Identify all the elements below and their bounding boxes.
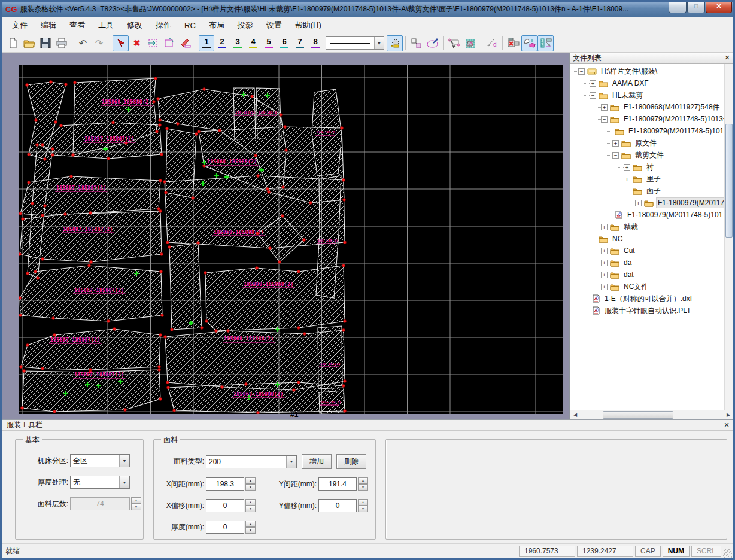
redo-button[interactable]: ↷ (91, 35, 107, 51)
print-button[interactable] (53, 35, 69, 51)
notch-point[interactable] (245, 383, 248, 386)
notch-point[interactable] (72, 154, 75, 157)
chevron-down-icon[interactable]: ▼ (286, 456, 296, 468)
tree-item-9[interactable]: +里子 (570, 173, 724, 185)
y-offset-stepper[interactable]: ▲▼ (358, 499, 368, 512)
line-style-select[interactable]: ▼ (326, 36, 384, 50)
spinner-up-icon[interactable]: ▲ (358, 499, 368, 506)
notch-point[interactable] (20, 366, 23, 369)
notch-point[interactable] (203, 88, 206, 91)
file-panel-close-icon[interactable]: ✕ (723, 54, 731, 62)
expand-icon[interactable]: + (601, 104, 608, 111)
machine-clear-button[interactable] (505, 35, 521, 51)
notch-point[interactable] (60, 124, 63, 127)
notch-point[interactable] (161, 314, 164, 317)
transform-in-button[interactable] (145, 35, 161, 51)
layer-button-5[interactable]: 5 (261, 35, 277, 51)
pattern-piece-center-column[interactable] (169, 243, 202, 330)
notch-point[interactable] (344, 380, 347, 383)
expand-icon[interactable]: + (601, 224, 608, 230)
tree-item-19[interactable]: 1-E（对称的可以合并）.dxf (570, 293, 724, 305)
menu-item-3[interactable]: 工具 (92, 17, 120, 33)
notch-point[interactable] (19, 314, 22, 317)
notch-point[interactable] (153, 101, 156, 104)
pin-edit-button[interactable] (424, 35, 441, 51)
spinner-up-icon[interactable]: ▲ (131, 497, 141, 504)
notch-point[interactable] (22, 218, 25, 221)
notch-point[interactable] (256, 267, 259, 270)
notch-point[interactable] (166, 241, 169, 244)
thickness-stepper[interactable]: ▲▼ (245, 521, 256, 534)
notch-point[interactable] (256, 232, 259, 235)
notch-point[interactable] (88, 264, 91, 267)
notch-point[interactable] (197, 242, 200, 245)
notch-point[interactable] (309, 202, 312, 205)
tree-hscroll-track[interactable] (580, 410, 724, 419)
tree-item-15[interactable]: +Cut (570, 245, 724, 257)
menu-item-6[interactable]: RC (178, 19, 202, 32)
tree-item-0[interactable]: −H:\样片文件\服装\ (570, 65, 724, 77)
notch-point[interactable] (74, 81, 77, 84)
notch-point[interactable] (51, 148, 54, 151)
minimize-button[interactable]: – (669, 2, 687, 13)
notch-point[interactable] (37, 277, 40, 280)
notch-point[interactable] (26, 84, 29, 87)
menu-item-7[interactable]: 布局 (202, 17, 231, 33)
scroll-left-icon[interactable]: ◀ (570, 410, 580, 419)
maximize-button[interactable]: □ (687, 2, 705, 13)
notch-point[interactable] (342, 179, 345, 182)
notch-point[interactable] (41, 144, 44, 147)
notch-point[interactable] (205, 320, 208, 323)
collapse-icon[interactable]: − (590, 236, 596, 242)
notch-point[interactable] (125, 142, 128, 145)
notch-point[interactable] (34, 270, 37, 273)
file-panel-header[interactable]: 文件列表 ✕ (570, 53, 733, 64)
collapse-icon[interactable]: − (590, 92, 596, 99)
spinner-up-icon[interactable]: ▲ (245, 499, 256, 506)
notch-point[interactable] (31, 202, 34, 205)
pattern-piece-band-3-left-b[interactable] (20, 211, 162, 262)
notch-point[interactable] (344, 410, 347, 413)
menu-item-10[interactable]: 帮助(H) (288, 17, 328, 33)
notch-point[interactable] (26, 272, 29, 275)
title-bar[interactable]: CG 服装条格软件 <Ver5.4.3_T823><非售品:JW00000002… (2, 2, 733, 17)
notch-point[interactable] (297, 381, 300, 384)
tree-item-1[interactable]: +AAMA DXF (570, 77, 724, 89)
notch-point[interactable] (284, 126, 287, 129)
notch-point[interactable] (343, 199, 346, 202)
add-fabric-button[interactable]: 增加 (302, 454, 332, 469)
notch-point[interactable] (285, 149, 288, 152)
notch-point[interactable] (51, 154, 54, 157)
expand-icon[interactable]: + (635, 200, 642, 206)
notch-point[interactable] (268, 191, 271, 194)
tree-item-6[interactable]: +原文件 (570, 137, 724, 149)
notch-point[interactable] (221, 386, 224, 389)
notch-point[interactable] (65, 83, 68, 86)
notch-point[interactable] (341, 127, 344, 130)
notch-point[interactable] (173, 409, 176, 412)
notch-point[interactable] (303, 333, 306, 336)
menu-item-0[interactable]: 文件 (5, 17, 34, 33)
measure-button[interactable]: d (484, 35, 500, 51)
expand-icon[interactable]: + (590, 80, 596, 87)
notch-point[interactable] (177, 123, 180, 126)
notch-point[interactable] (124, 409, 127, 412)
notch-point[interactable] (342, 264, 345, 267)
notch-point[interactable] (158, 366, 161, 369)
notch-point[interactable] (158, 369, 161, 372)
tree-item-2[interactable]: −HL未裁剪 (570, 89, 724, 101)
open-file-button[interactable] (21, 35, 37, 51)
notch-point[interactable] (257, 412, 260, 414)
notch-point[interactable] (41, 367, 44, 370)
notch-point[interactable] (157, 98, 160, 101)
menu-item-8[interactable]: 投影 (231, 17, 260, 33)
pattern-canvas[interactable]: 185868-185888(2)185-185(2)185-185(2)185-… (19, 65, 563, 414)
delete-fabric-button[interactable]: 删除 (336, 454, 366, 469)
tree-item-10[interactable]: −面子 (570, 185, 724, 197)
notch-point[interactable] (44, 205, 47, 208)
delete-button[interactable]: ✖ (129, 35, 145, 51)
spinner-down-icon[interactable]: ▼ (245, 484, 256, 491)
notch-point[interactable] (269, 247, 272, 250)
notch-point[interactable] (281, 215, 284, 218)
notch-point[interactable] (41, 214, 44, 217)
